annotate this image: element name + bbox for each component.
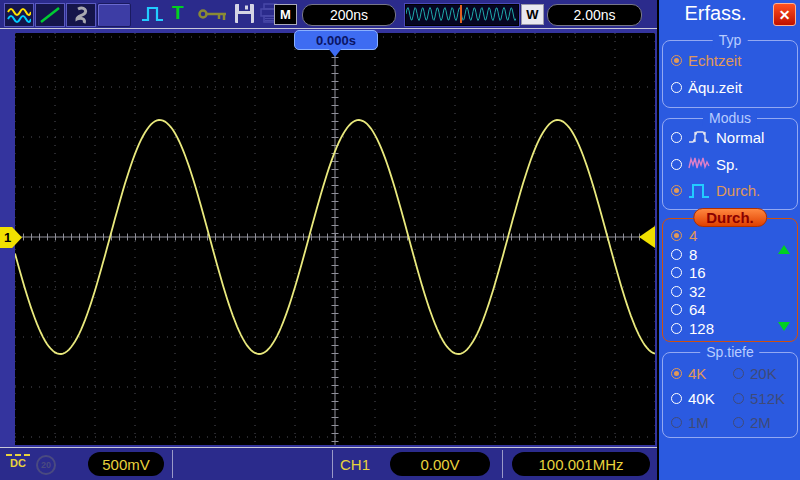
slope-line-button[interactable] bbox=[35, 3, 65, 27]
radio-icon bbox=[671, 368, 682, 379]
bottom-status-bar: DC 20 500mV CH1 0.00V 100.001MHz bbox=[0, 447, 657, 480]
graticule bbox=[15, 33, 655, 445]
channel-waves-button[interactable] bbox=[4, 3, 34, 27]
dc-dash bbox=[6, 454, 30, 456]
radio-icon bbox=[671, 417, 682, 428]
radio-label: Sp. bbox=[716, 156, 739, 173]
scroll-down-icon[interactable] bbox=[778, 322, 790, 331]
radio-label: 20K bbox=[750, 365, 777, 382]
radio-2m: 2M bbox=[733, 414, 797, 431]
divider bbox=[172, 450, 173, 478]
top-status-bar: T M bbox=[0, 0, 657, 29]
radio-label: 512K bbox=[750, 390, 785, 407]
oscilloscope-screen: T M bbox=[0, 0, 800, 480]
main-timebase-label: M bbox=[274, 4, 297, 25]
scroll-up-icon[interactable] bbox=[778, 245, 790, 254]
green-line-icon bbox=[38, 6, 62, 24]
radio-icon bbox=[671, 249, 682, 260]
radio-label: Echtzeit bbox=[688, 52, 741, 69]
radio-512k: 512K bbox=[733, 390, 797, 407]
group-durch: Durch. 4 8 16 32 bbox=[662, 218, 798, 342]
radio-icon bbox=[733, 368, 744, 379]
radio-label: 16 bbox=[689, 264, 706, 281]
radio-icon bbox=[671, 323, 682, 334]
blank-button[interactable] bbox=[97, 3, 131, 27]
time-offset-tab[interactable]: 0.000s bbox=[294, 30, 378, 50]
window-timebase-label: W bbox=[521, 4, 544, 25]
radio-label: 1M bbox=[688, 414, 709, 431]
peak-detect-icon bbox=[688, 156, 710, 172]
radio-label: 8 bbox=[689, 246, 697, 263]
radio-label: 4K bbox=[688, 365, 706, 382]
group-typ: Typ Echtzeit Äqu.zeit bbox=[662, 40, 798, 108]
pulse-icon bbox=[140, 3, 167, 24]
radio-label: 4 bbox=[689, 227, 697, 244]
time-offset-pointer bbox=[328, 48, 342, 57]
radio-icon bbox=[733, 393, 744, 404]
bandwidth-20-icon: 20 bbox=[36, 455, 56, 475]
radio-avg-16[interactable]: 16 bbox=[671, 264, 797, 281]
radio-label: 64 bbox=[689, 301, 706, 318]
radio-icon bbox=[671, 159, 682, 170]
radio-label: 40K bbox=[688, 390, 715, 407]
radio-icon bbox=[671, 185, 682, 196]
trigger-source-label: CH1 bbox=[340, 456, 370, 473]
radio-durch[interactable]: Durch. bbox=[671, 182, 797, 199]
close-icon: ✕ bbox=[779, 7, 791, 23]
radio-icon bbox=[671, 230, 682, 241]
acquire-menu: Erfass. ✕ Typ Echtzeit Äqu.zeit Modus bbox=[657, 0, 800, 480]
radio-icon bbox=[671, 55, 682, 66]
window-timebase-readout: 2.00ns bbox=[547, 4, 642, 26]
frequency-counter-readout: 100.001MHz bbox=[512, 452, 650, 476]
group-typ-legend: Typ bbox=[713, 32, 748, 48]
radio-label: Durch. bbox=[716, 182, 760, 199]
save-button[interactable] bbox=[234, 3, 255, 24]
trigger-t-icon: T bbox=[172, 2, 184, 24]
volts-per-div-readout: 500mV bbox=[88, 452, 164, 476]
dc-coupling-icon: DC bbox=[6, 454, 30, 470]
radio-icon bbox=[671, 286, 682, 297]
radio-icon bbox=[671, 304, 682, 315]
radio-icon bbox=[671, 393, 682, 404]
radio-icon bbox=[671, 267, 682, 278]
radio-label: 32 bbox=[689, 283, 706, 300]
radio-20k: 20K bbox=[733, 365, 797, 382]
group-durch-title: Durch. bbox=[693, 208, 767, 227]
radio-normal[interactable]: Normal bbox=[671, 129, 797, 146]
key-icon bbox=[198, 7, 230, 21]
radio-avg-64[interactable]: 64 bbox=[671, 301, 797, 318]
radio-icon bbox=[671, 132, 682, 143]
floppy-icon bbox=[234, 3, 255, 24]
normal-pulse-icon bbox=[688, 129, 710, 145]
radio-aequzeit[interactable]: Äqu.zeit bbox=[671, 79, 797, 96]
divider bbox=[332, 450, 333, 478]
menu-header: Erfass. ✕ bbox=[659, 0, 800, 30]
menu-title: Erfass. bbox=[659, 2, 772, 25]
radio-label: Normal bbox=[716, 129, 764, 146]
group-sptiefe-legend: Sp.tiefe bbox=[700, 344, 759, 360]
radio-40k[interactable]: 40K bbox=[671, 390, 733, 407]
waves-icon bbox=[7, 6, 31, 24]
display-frame bbox=[0, 29, 657, 447]
radio-icon bbox=[671, 82, 682, 93]
radio-sp[interactable]: Sp. bbox=[671, 156, 797, 173]
hand-icon bbox=[69, 6, 93, 24]
radio-label: 2M bbox=[750, 414, 771, 431]
group-modus-legend: Modus bbox=[703, 110, 757, 126]
radio-icon bbox=[733, 417, 744, 428]
hand-button[interactable] bbox=[66, 3, 96, 27]
radio-avg-32[interactable]: 32 bbox=[671, 283, 797, 300]
record-preview[interactable] bbox=[405, 4, 519, 26]
group-sptiefe: Sp.tiefe 4K 20K 40K 512K bbox=[662, 352, 798, 438]
close-button[interactable]: ✕ bbox=[773, 3, 796, 26]
radio-avg-4[interactable]: 4 bbox=[671, 227, 797, 244]
trigger-level-readout: 0.00V bbox=[390, 452, 490, 476]
radio-1m: 1M bbox=[671, 414, 733, 431]
main-timebase-readout: 200ns bbox=[302, 4, 396, 26]
radio-4k[interactable]: 4K bbox=[671, 365, 733, 382]
dc-label: DC bbox=[6, 457, 30, 470]
radio-echtzeit[interactable]: Echtzeit bbox=[671, 52, 797, 69]
radio-label: 128 bbox=[689, 320, 714, 337]
group-modus: Modus Normal Sp. bbox=[662, 118, 798, 210]
divider bbox=[502, 450, 503, 478]
